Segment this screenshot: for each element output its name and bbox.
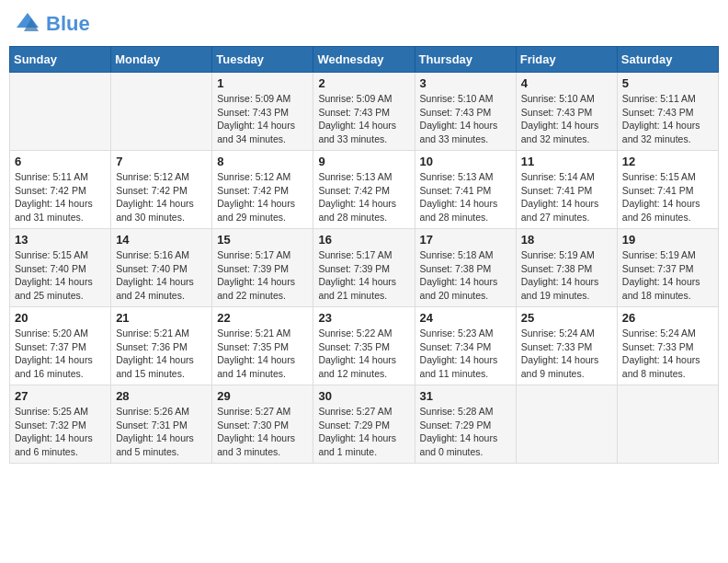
day-number: 13 bbox=[15, 233, 106, 247]
day-number: 11 bbox=[521, 155, 612, 168]
day-detail: Sunrise: 5:09 AM Sunset: 7:43 PM Dayligh… bbox=[217, 92, 308, 146]
logo-blue-text: Blue bbox=[46, 12, 90, 36]
calendar-cell bbox=[111, 73, 212, 151]
day-number: 29 bbox=[217, 389, 308, 403]
calendar-cell: 20Sunrise: 5:20 AM Sunset: 7:37 PM Dayli… bbox=[10, 307, 111, 385]
calendar-cell: 9Sunrise: 5:13 AM Sunset: 7:42 PM Daylig… bbox=[313, 151, 415, 229]
day-number: 6 bbox=[15, 155, 106, 168]
day-detail: Sunrise: 5:25 AM Sunset: 7:32 PM Dayligh… bbox=[15, 405, 106, 459]
day-detail: Sunrise: 5:10 AM Sunset: 7:43 PM Dayligh… bbox=[420, 92, 511, 146]
day-number: 3 bbox=[420, 76, 511, 90]
day-number: 2 bbox=[318, 76, 409, 90]
calendar-cell: 4Sunrise: 5:10 AM Sunset: 7:43 PM Daylig… bbox=[516, 73, 617, 151]
calendar-cell: 2Sunrise: 5:09 AM Sunset: 7:43 PM Daylig… bbox=[313, 73, 415, 151]
calendar-cell: 24Sunrise: 5:23 AM Sunset: 7:34 PM Dayli… bbox=[415, 307, 516, 385]
calendar-cell: 22Sunrise: 5:21 AM Sunset: 7:35 PM Dayli… bbox=[212, 307, 313, 385]
day-detail: Sunrise: 5:27 AM Sunset: 7:30 PM Dayligh… bbox=[217, 405, 308, 459]
calendar-cell: 30Sunrise: 5:27 AM Sunset: 7:29 PM Dayli… bbox=[313, 385, 415, 464]
day-detail: Sunrise: 5:13 AM Sunset: 7:41 PM Dayligh… bbox=[420, 170, 511, 224]
calendar-cell: 3Sunrise: 5:10 AM Sunset: 7:43 PM Daylig… bbox=[415, 73, 516, 151]
calendar-cell: 23Sunrise: 5:22 AM Sunset: 7:35 PM Dayli… bbox=[313, 307, 415, 385]
day-number: 16 bbox=[318, 233, 409, 247]
day-number: 21 bbox=[116, 311, 207, 325]
calendar-cell: 27Sunrise: 5:25 AM Sunset: 7:32 PM Dayli… bbox=[10, 385, 111, 464]
day-detail: Sunrise: 5:15 AM Sunset: 7:41 PM Dayligh… bbox=[622, 170, 713, 224]
day-number: 20 bbox=[15, 311, 106, 325]
calendar-body: 1Sunrise: 5:09 AM Sunset: 7:43 PM Daylig… bbox=[10, 73, 719, 464]
day-detail: Sunrise: 5:19 AM Sunset: 7:38 PM Dayligh… bbox=[521, 248, 612, 303]
calendar-cell: 1Sunrise: 5:09 AM Sunset: 7:43 PM Daylig… bbox=[212, 73, 313, 151]
logo: Blue bbox=[13, 9, 90, 39]
calendar-week-4: 20Sunrise: 5:20 AM Sunset: 7:37 PM Dayli… bbox=[10, 307, 719, 385]
day-number: 14 bbox=[116, 233, 207, 247]
day-detail: Sunrise: 5:16 AM Sunset: 7:40 PM Dayligh… bbox=[116, 248, 207, 303]
calendar-cell: 18Sunrise: 5:19 AM Sunset: 7:38 PM Dayli… bbox=[516, 229, 617, 307]
calendar-cell: 15Sunrise: 5:17 AM Sunset: 7:39 PM Dayli… bbox=[212, 229, 313, 307]
day-detail: Sunrise: 5:17 AM Sunset: 7:39 PM Dayligh… bbox=[318, 248, 409, 303]
calendar-cell: 14Sunrise: 5:16 AM Sunset: 7:40 PM Dayli… bbox=[111, 229, 212, 307]
day-detail: Sunrise: 5:11 AM Sunset: 7:42 PM Dayligh… bbox=[15, 170, 106, 224]
calendar-cell: 17Sunrise: 5:18 AM Sunset: 7:38 PM Dayli… bbox=[415, 229, 516, 307]
day-detail: Sunrise: 5:09 AM Sunset: 7:43 PM Dayligh… bbox=[318, 92, 409, 146]
day-detail: Sunrise: 5:23 AM Sunset: 7:34 PM Dayligh… bbox=[420, 327, 511, 381]
calendar-cell: 13Sunrise: 5:15 AM Sunset: 7:40 PM Dayli… bbox=[10, 229, 111, 307]
day-number: 1 bbox=[217, 76, 308, 90]
day-number: 25 bbox=[521, 311, 612, 325]
calendar-cell: 10Sunrise: 5:13 AM Sunset: 7:41 PM Dayli… bbox=[415, 151, 516, 229]
day-detail: Sunrise: 5:20 AM Sunset: 7:37 PM Dayligh… bbox=[15, 327, 106, 381]
calendar-week-5: 27Sunrise: 5:25 AM Sunset: 7:32 PM Dayli… bbox=[10, 385, 719, 464]
calendar-header: SundayMondayTuesdayWednesdayThursdayFrid… bbox=[10, 47, 719, 73]
day-number: 19 bbox=[622, 233, 713, 247]
day-detail: Sunrise: 5:24 AM Sunset: 7:33 PM Dayligh… bbox=[622, 327, 713, 381]
day-detail: Sunrise: 5:24 AM Sunset: 7:33 PM Dayligh… bbox=[521, 327, 612, 381]
calendar-cell: 19Sunrise: 5:19 AM Sunset: 7:37 PM Dayli… bbox=[617, 229, 718, 307]
day-number: 4 bbox=[521, 76, 612, 90]
weekday-row: SundayMondayTuesdayWednesdayThursdayFrid… bbox=[10, 47, 719, 73]
calendar-week-2: 6Sunrise: 5:11 AM Sunset: 7:42 PM Daylig… bbox=[10, 151, 719, 229]
day-detail: Sunrise: 5:17 AM Sunset: 7:39 PM Dayligh… bbox=[217, 248, 308, 303]
day-number: 30 bbox=[318, 389, 409, 403]
weekday-header-friday: Friday bbox=[516, 47, 617, 73]
day-detail: Sunrise: 5:27 AM Sunset: 7:29 PM Dayligh… bbox=[318, 405, 409, 459]
day-number: 22 bbox=[217, 311, 308, 325]
calendar-cell: 31Sunrise: 5:28 AM Sunset: 7:29 PM Dayli… bbox=[415, 385, 516, 464]
calendar-cell: 29Sunrise: 5:27 AM Sunset: 7:30 PM Dayli… bbox=[212, 385, 313, 464]
day-number: 17 bbox=[420, 233, 511, 247]
day-number: 23 bbox=[318, 311, 409, 325]
day-detail: Sunrise: 5:12 AM Sunset: 7:42 PM Dayligh… bbox=[217, 170, 308, 224]
day-number: 10 bbox=[420, 155, 511, 168]
day-number: 31 bbox=[420, 389, 511, 403]
day-detail: Sunrise: 5:18 AM Sunset: 7:38 PM Dayligh… bbox=[420, 248, 511, 303]
day-detail: Sunrise: 5:11 AM Sunset: 7:43 PM Dayligh… bbox=[622, 92, 713, 146]
calendar-cell: 6Sunrise: 5:11 AM Sunset: 7:42 PM Daylig… bbox=[10, 151, 111, 229]
day-detail: Sunrise: 5:21 AM Sunset: 7:36 PM Dayligh… bbox=[116, 327, 207, 381]
day-number: 8 bbox=[217, 155, 308, 168]
weekday-header-thursday: Thursday bbox=[415, 47, 516, 73]
day-detail: Sunrise: 5:22 AM Sunset: 7:35 PM Dayligh… bbox=[318, 327, 409, 381]
day-number: 5 bbox=[622, 76, 713, 90]
day-number: 26 bbox=[622, 311, 713, 325]
weekday-header-wednesday: Wednesday bbox=[313, 47, 415, 73]
day-number: 24 bbox=[420, 311, 511, 325]
weekday-header-tuesday: Tuesday bbox=[212, 47, 313, 73]
day-number: 9 bbox=[318, 155, 409, 168]
day-detail: Sunrise: 5:13 AM Sunset: 7:42 PM Dayligh… bbox=[318, 170, 409, 224]
logo-icon bbox=[13, 9, 42, 39]
calendar-cell: 28Sunrise: 5:26 AM Sunset: 7:31 PM Dayli… bbox=[111, 385, 212, 464]
page-header: Blue bbox=[9, 9, 719, 39]
day-number: 28 bbox=[116, 389, 207, 403]
calendar-table: SundayMondayTuesdayWednesdayThursdayFrid… bbox=[9, 46, 719, 464]
day-detail: Sunrise: 5:19 AM Sunset: 7:37 PM Dayligh… bbox=[622, 248, 713, 303]
calendar-week-3: 13Sunrise: 5:15 AM Sunset: 7:40 PM Dayli… bbox=[10, 229, 719, 307]
day-number: 27 bbox=[15, 389, 106, 403]
calendar-cell bbox=[617, 385, 718, 464]
calendar-cell: 5Sunrise: 5:11 AM Sunset: 7:43 PM Daylig… bbox=[617, 73, 718, 151]
calendar-cell bbox=[10, 73, 111, 151]
day-detail: Sunrise: 5:12 AM Sunset: 7:42 PM Dayligh… bbox=[116, 170, 207, 224]
day-detail: Sunrise: 5:15 AM Sunset: 7:40 PM Dayligh… bbox=[15, 248, 106, 303]
calendar-cell: 11Sunrise: 5:14 AM Sunset: 7:41 PM Dayli… bbox=[516, 151, 617, 229]
day-detail: Sunrise: 5:21 AM Sunset: 7:35 PM Dayligh… bbox=[217, 327, 308, 381]
day-detail: Sunrise: 5:26 AM Sunset: 7:31 PM Dayligh… bbox=[116, 405, 207, 459]
calendar-week-1: 1Sunrise: 5:09 AM Sunset: 7:43 PM Daylig… bbox=[10, 73, 719, 151]
weekday-header-sunday: Sunday bbox=[10, 47, 111, 73]
